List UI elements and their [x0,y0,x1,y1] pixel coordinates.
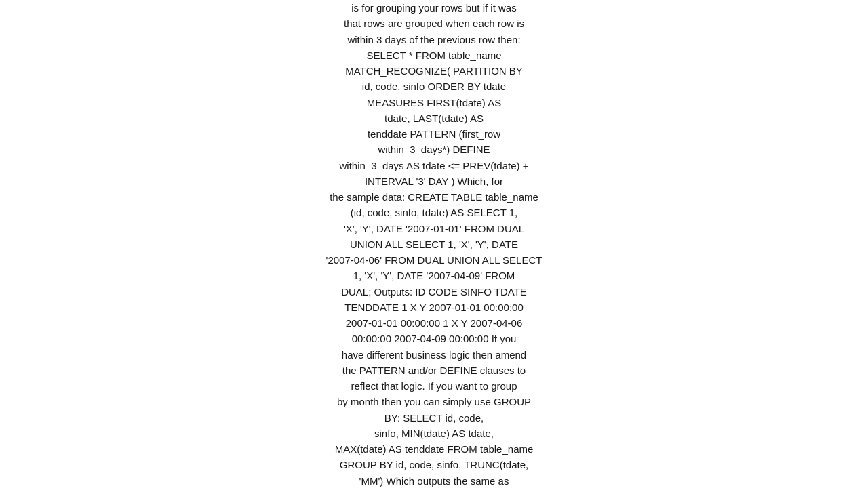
text-line-12: the sample data: CREATE TABLE table_name [156,189,712,205]
text-line-6: MEASURES FIRST(tdate) AS [156,95,712,110]
text-line-27: sinfo, MIN(tdate) AS tdate, [156,426,712,441]
text-line-26: BY: SELECT id, code, [156,410,712,426]
text-line-19: TENDDATE 1 X Y 2007-01-01 00:00:00 [156,300,712,315]
text-line-25: by month then you can simply use GROUP [156,394,712,409]
text-line-15: UNION ALL SELECT 1, 'X', 'Y', DATE [156,237,712,252]
text-line-10: within_3_days AS tdate <= PREV(tdate) + [156,158,712,174]
text-line-11: INTERVAL '3' DAY ) Which, for [156,174,712,189]
main-content: is for grouping your rows but if it wast… [0,0,868,488]
text-line-9: within_3_days*) DEFINE [156,142,712,157]
text-line-16: '2007-04-06' FROM DUAL UNION ALL SELECT [156,252,712,268]
text-line-3: SELECT * FROM table_name [156,47,712,63]
text-line-24: reflect that logic. If you want to group [156,378,712,394]
text-line-13: (id, code, sinfo, tdate) AS SELECT 1, [156,205,712,220]
text-line-2: within 3 days of the previous row then: [156,32,712,47]
text-line-0: is for grouping your rows but if it was [156,0,712,16]
text-line-7: tdate, LAST(tdate) AS [156,110,712,126]
text-line-20: 2007-01-01 00:00:00 1 X Y 2007-04-06 [156,315,712,331]
text-line-8: tenddate PATTERN (first_row [156,126,712,142]
text-line-30: 'MM') Which outputs the same as [156,473,712,489]
text-line-5: id, code, sinfo ORDER BY tdate [156,79,712,94]
text-block: is for grouping your rows but if it wast… [156,0,712,488]
text-line-23: the PATTERN and/or DEFINE clauses to [156,363,712,378]
text-line-18: DUAL; Outputs: ID CODE SINFO TDATE [156,284,712,300]
text-line-28: MAX(tdate) AS tenddate FROM table_name [156,441,712,457]
text-line-29: GROUP BY id, code, sinfo, TRUNC(tdate, [156,457,712,472]
text-line-17: 1, 'X', 'Y', DATE '2007-04-09' FROM [156,268,712,283]
text-line-4: MATCH_RECOGNIZE( PARTITION BY [156,63,712,79]
text-line-21: 00:00:00 2007-04-09 00:00:00 If you [156,331,712,346]
text-line-22: have different business logic then amend [156,347,712,363]
text-line-14: 'X', 'Y', DATE '2007-01-01' FROM DUAL [156,221,712,237]
text-line-1: that rows are grouped when each row is [156,16,712,31]
